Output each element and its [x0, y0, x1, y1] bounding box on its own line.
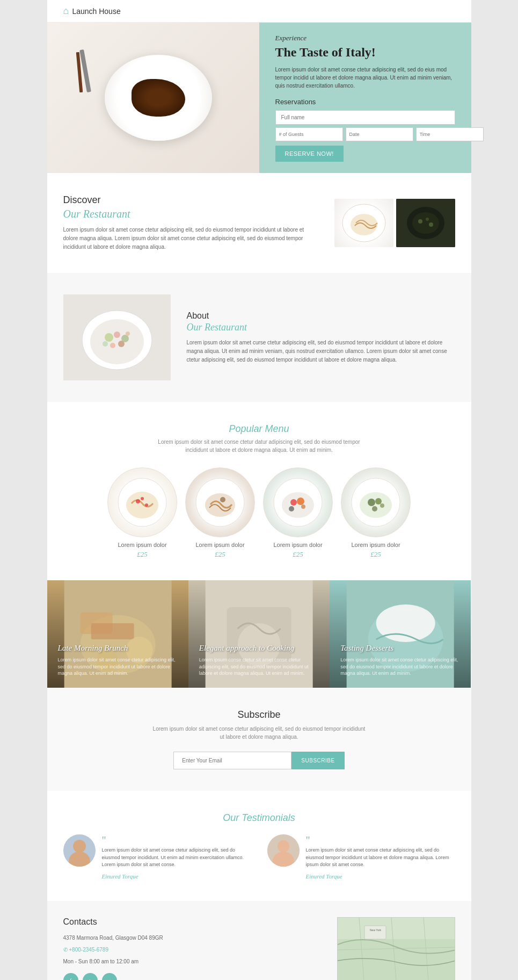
svg-point-4 — [412, 212, 439, 234]
testimonial-name-2: Einured Torque — [306, 873, 455, 880]
hero-tagline: Experience — [275, 34, 455, 42]
discover-description: Lorem ipsum dolor sit amet conse ctetur … — [63, 226, 318, 251]
reservations-label: Reservations — [275, 98, 455, 106]
svg-point-5 — [418, 219, 422, 224]
dark-dish-illustration — [396, 199, 455, 247]
testimonial-content-2: " Lorem ipsum dolor sit amet conse ctetu… — [306, 834, 455, 880]
testimonials-grid: " Lorem ipsum dolor sit amet conse ctetu… — [63, 834, 455, 880]
testimonial-avatar-2 — [267, 834, 300, 867]
menu-item: Lorem ipsum dolor £25 — [185, 467, 255, 559]
svg-point-33 — [360, 492, 392, 518]
testimonial-text-2: Lorem ipsum dolor sit amet conse ctetur … — [306, 847, 455, 869]
svg-point-11 — [105, 333, 113, 342]
social-icons: f t g — [63, 973, 326, 981]
contacts-phone: ✆ +800-2345-6789 — [63, 945, 326, 955]
svg-point-14 — [110, 343, 115, 348]
email-input[interactable] — [173, 752, 291, 769]
svg-point-16 — [103, 341, 108, 347]
svg-point-31 — [301, 505, 305, 509]
contacts-address: 4378 Marmora Road, Glasgow D04 89GR — [63, 933, 326, 943]
svg-point-29 — [297, 498, 304, 505]
subscribe-section: Subscribe Lorem ipsum dolor sit amet con… — [47, 688, 471, 791]
facebook-icon[interactable]: f — [63, 973, 78, 981]
svg-point-21 — [145, 503, 148, 507]
brand-icon: ⌂ — [63, 5, 69, 17]
time-input[interactable] — [416, 127, 484, 141]
salad-illustration — [63, 294, 171, 380]
svg-point-7 — [429, 222, 433, 227]
svg-rect-57 — [338, 939, 455, 981]
pasta-illustration — [334, 199, 393, 247]
testimonials-section: Our Testimonials " Lorem ipsum dolor sit… — [47, 791, 471, 901]
menu-description: Lorem ipsum dolor sit amet conse ctetur … — [152, 438, 367, 454]
discover-image-2 — [396, 199, 455, 247]
brand-name: Launch House — [72, 7, 120, 16]
about-section: About Our Restaurant Lorem ipsum dolor s… — [47, 273, 471, 402]
reservation-row — [275, 127, 455, 141]
discover-heading: Discover — [63, 194, 318, 206]
brand-logo[interactable]: ⌂ Launch House — [63, 5, 121, 17]
fullname-input[interactable] — [275, 110, 455, 125]
testimonial-item: " Lorem ipsum dolor sit amet conse ctetu… — [267, 834, 455, 880]
svg-point-30 — [289, 506, 294, 511]
hero-plate-visual — [47, 23, 259, 173]
svg-point-27 — [282, 492, 314, 518]
testimonial-text-1: Lorem ipsum dolor sit amet conse ctetur … — [102, 847, 251, 869]
twitter-icon[interactable]: t — [83, 973, 98, 981]
svg-point-49 — [376, 604, 435, 642]
svg-point-36 — [372, 506, 377, 511]
menu-item-name-3: Lorem ipsum dolor — [273, 542, 322, 548]
about-text: About Our Restaurant Lorem ipsum dolor s… — [187, 311, 455, 364]
map-widget: New York — [337, 917, 455, 981]
feature-desc-2: Lorem ipsum conse ctetur sit amet conse … — [199, 657, 319, 677]
subscribe-button[interactable]: SUBSCRIBE — [291, 752, 344, 769]
svg-point-22 — [141, 497, 144, 500]
about-description: Lorem ipsum dolor sit amet curse ctetur … — [187, 338, 455, 364]
about-heading-italic: Our Restaurant — [187, 322, 455, 333]
menu-item-image-3 — [263, 467, 333, 537]
contacts-hours: Mon - Sun 8:00 am to 12:00 am — [63, 957, 326, 967]
svg-point-19 — [126, 492, 158, 518]
subscribe-heading: Subscribe — [63, 709, 455, 720]
google-icon[interactable]: g — [102, 973, 117, 981]
subscribe-form: SUBSCRIBE — [63, 752, 455, 769]
menu-item-price-1: £25 — [137, 550, 148, 559]
contacts-info: Contacts 4378 Marmora Road, Glasgow D04 … — [63, 917, 326, 981]
testimonial-avatar-1 — [63, 834, 96, 867]
svg-text:New York: New York — [370, 928, 382, 932]
reservation-form: RESERVE NOW! — [275, 110, 455, 162]
feature-desc-1: Lorem ipsum dolor sit amet conse ctetur … — [58, 657, 178, 677]
svg-point-37 — [380, 503, 384, 508]
pasta-dish-2 — [193, 475, 247, 529]
date-input[interactable] — [346, 127, 413, 141]
svg-point-10 — [90, 319, 144, 364]
navigation: ⌂ Launch House — [47, 0, 471, 23]
quote-mark-2: " — [306, 834, 455, 847]
discover-text: Discover Our Restaurant Lorem ipsum dolo… — [63, 194, 318, 251]
menu-item-image-1 — [107, 467, 177, 537]
quote-mark-1: " — [102, 834, 251, 847]
person-avatar-2 — [267, 834, 300, 867]
testimonial-content-1: " Lorem ipsum dolor sit amet conse ctetu… — [102, 834, 251, 880]
contacts-heading: Contacts — [63, 917, 326, 927]
hero-title: The Taste of Italy! — [275, 45, 455, 60]
menu-item-name-2: Lorem ipsum dolor — [195, 542, 244, 548]
pasta-dish-1 — [115, 475, 169, 529]
feature-card-desserts: Tasting Desserts Lorem ipsum dolor sit a… — [330, 580, 471, 688]
food-visual — [132, 79, 185, 117]
discover-image-1 — [334, 199, 393, 247]
discover-heading-italic: Our Restaurant — [63, 208, 318, 220]
testimonial-item: " Lorem ipsum dolor sit amet conse ctetu… — [63, 834, 251, 880]
guests-input[interactable] — [275, 127, 343, 141]
testimonial-name-1: Einured Torque — [102, 873, 251, 880]
features-section: Late Morning Brunch Lorem ipsum dolor si… — [47, 580, 471, 688]
hero-section: Experience The Taste of Italy! Lorem ips… — [47, 23, 471, 173]
svg-point-34 — [368, 499, 375, 506]
hero-image — [47, 23, 259, 173]
feature-desc-3: Lorem ipsum dolor sit amet conse ctetur … — [340, 657, 460, 677]
menu-heading: Popular Menu — [63, 423, 455, 435]
reserve-button[interactable]: RESERVE NOW! — [275, 146, 344, 162]
discover-section: Discover Our Restaurant Lorem ipsum dolo… — [47, 173, 471, 273]
svg-point-17 — [126, 332, 130, 336]
about-image — [63, 294, 171, 380]
